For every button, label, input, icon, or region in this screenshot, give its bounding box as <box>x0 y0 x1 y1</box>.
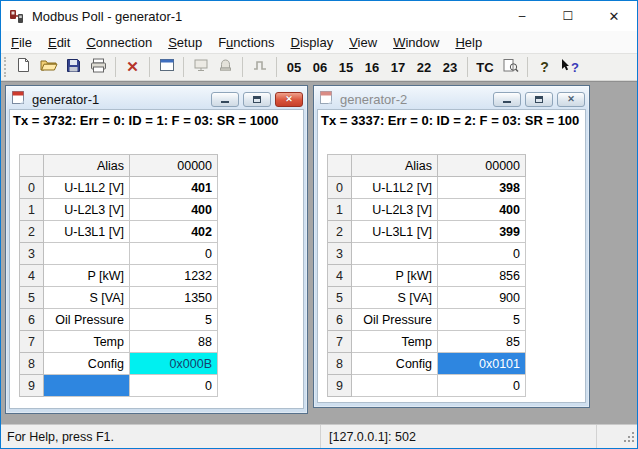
alias-cell[interactable]: U-L2L3 [V] <box>44 199 130 221</box>
function-05-button[interactable]: 05 <box>282 56 306 79</box>
alias-cell[interactable]: U-L1L2 [V] <box>352 177 438 199</box>
alias-cell[interactable]: Oil Pressure <box>44 309 130 331</box>
value-cell[interactable]: 85 <box>438 331 526 353</box>
menu-file[interactable]: File <box>3 33 40 52</box>
alias-cell[interactable]: U-L1L2 [V] <box>44 177 130 199</box>
pulse-button[interactable] <box>248 56 271 79</box>
child-restore-button[interactable] <box>243 92 271 107</box>
value-cell[interactable]: 399 <box>438 221 526 243</box>
child-restore-button[interactable] <box>525 92 553 107</box>
value-cell[interactable]: 5 <box>438 309 526 331</box>
value-cell[interactable]: 1232 <box>130 265 218 287</box>
value-cell[interactable]: 900 <box>438 287 526 309</box>
alias-cell[interactable] <box>44 243 130 265</box>
menu-display[interactable]: Display <box>283 33 342 52</box>
cancel-button[interactable]: ✕ <box>121 56 144 79</box>
save-button[interactable] <box>62 56 85 79</box>
row-number-cell: 6 <box>20 309 44 331</box>
alias-cell[interactable]: U-L3L1 [V] <box>352 221 438 243</box>
alias-cell[interactable]: Config <box>44 353 130 375</box>
context-help-button[interactable]: ? <box>558 56 581 79</box>
function-22-button[interactable]: 22 <box>412 56 436 79</box>
table-row: 1U-L2L3 [V]400 <box>328 199 526 221</box>
alias-cell[interactable]: Temp <box>44 331 130 353</box>
value-cell[interactable]: 856 <box>438 265 526 287</box>
value-cell[interactable]: 0 <box>438 243 526 265</box>
alias-cell[interactable] <box>352 243 438 265</box>
menu-window[interactable]: Window <box>385 33 447 52</box>
function-16-button[interactable]: 16 <box>360 56 384 79</box>
alias-cell[interactable]: U-L3L1 [V] <box>44 221 130 243</box>
close-button[interactable]: ✕ <box>591 1 637 31</box>
value-cell[interactable]: 88 <box>130 331 218 353</box>
child-minimize-button[interactable] <box>211 92 239 107</box>
value-cell[interactable]: 1350 <box>130 287 218 309</box>
open-file-button[interactable] <box>37 56 60 79</box>
menu-setup[interactable]: Setup <box>160 33 210 52</box>
context-help-arrow-icon <box>560 58 570 76</box>
alias-cell[interactable]: U-L2L3 [V] <box>352 199 438 221</box>
value-cell[interactable]: 402 <box>130 221 218 243</box>
selected-alias-cell[interactable] <box>44 375 130 397</box>
poll-definition-icon <box>193 58 209 77</box>
maximize-button[interactable]: ☐ <box>545 1 591 31</box>
new-file-button[interactable] <box>12 56 35 79</box>
resize-grip[interactable] <box>623 431 635 446</box>
alias-cell[interactable]: S [VA] <box>352 287 438 309</box>
app-icon <box>8 8 25 25</box>
child-title-bar[interactable]: generator-2 ✕ <box>317 89 586 109</box>
value-cell[interactable]: 0 <box>130 375 218 397</box>
function-23-button[interactable]: 23 <box>438 56 462 79</box>
table-row: 4P [kW]1232 <box>20 265 218 287</box>
config-value-cell[interactable]: 0x000B <box>130 353 218 375</box>
row-number-cell: 6 <box>328 309 352 331</box>
menu-edit[interactable]: Edit <box>40 33 78 52</box>
communication-log-button[interactable] <box>499 56 522 79</box>
function-15-button[interactable]: 15 <box>334 56 358 79</box>
alias-cell[interactable]: P [kW] <box>44 265 130 287</box>
menu-help[interactable]: Help <box>447 33 490 52</box>
child-minimize-button[interactable] <box>493 92 521 107</box>
menu-connection[interactable]: Connection <box>78 33 160 52</box>
tc-button[interactable]: TC <box>473 56 497 79</box>
help-button[interactable]: ? <box>533 56 556 79</box>
row-number-cell: 9 <box>20 375 44 397</box>
alias-cell[interactable] <box>352 375 438 397</box>
selected-config-value-cell[interactable]: 0x0101 <box>438 353 526 375</box>
row-number-cell: 8 <box>20 353 44 375</box>
function-17-button[interactable]: 17 <box>386 56 410 79</box>
alias-cell[interactable]: S [VA] <box>44 287 130 309</box>
function-06-button[interactable]: 06 <box>308 56 332 79</box>
child-close-button[interactable]: ✕ <box>557 92 585 107</box>
device-button[interactable] <box>214 56 237 79</box>
poll-definition-button[interactable] <box>189 56 212 79</box>
child-title-bar[interactable]: generator-1 ✕ <box>9 89 304 109</box>
toolbar: ✕ 05 06 15 16 17 22 23 TC ? ? <box>1 53 637 81</box>
title-bar: Modbus Poll - generator-1 – ☐ ✕ <box>1 1 637 31</box>
row-number-cell: 2 <box>328 221 352 243</box>
minimize-icon <box>503 101 511 103</box>
alias-cell[interactable]: Oil Pressure <box>352 309 438 331</box>
value-cell[interactable]: 5 <box>130 309 218 331</box>
alias-cell[interactable]: Config <box>352 353 438 375</box>
table-row: 1U-L2L3 [V]400 <box>20 199 218 221</box>
read-write-definition-button[interactable] <box>155 56 178 79</box>
value-cell[interactable]: 398 <box>438 177 526 199</box>
row-number-cell: 9 <box>328 375 352 397</box>
print-button[interactable] <box>87 56 110 79</box>
menu-view[interactable]: View <box>341 33 385 52</box>
table-row: 7Temp88 <box>20 331 218 353</box>
child-close-button[interactable]: ✕ <box>275 92 303 107</box>
value-cell[interactable]: 400 <box>130 199 218 221</box>
value-cell[interactable]: 400 <box>438 199 526 221</box>
alias-cell[interactable]: P [kW] <box>352 265 438 287</box>
row-number-cell: 5 <box>328 287 352 309</box>
value-cell[interactable]: 0 <box>130 243 218 265</box>
value-cell[interactable]: 401 <box>130 177 218 199</box>
value-cell[interactable]: 0 <box>438 375 526 397</box>
definition-window-icon <box>159 58 175 76</box>
menu-functions[interactable]: Functions <box>210 33 282 52</box>
minimize-button[interactable]: – <box>499 1 545 31</box>
poll-status-line: Tx = 3337: Err = 0: ID = 2: F = 03: SR =… <box>318 110 585 131</box>
alias-cell[interactable]: Temp <box>352 331 438 353</box>
